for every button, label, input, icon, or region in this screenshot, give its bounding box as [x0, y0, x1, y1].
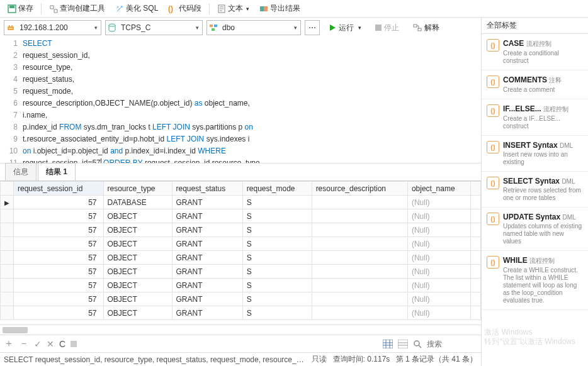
- table-row[interactable]: 57OBJECTGRANTS (Null): [1, 251, 481, 265]
- search-input[interactable]: [427, 340, 477, 348]
- stop-button[interactable]: 停止: [370, 21, 404, 35]
- col-header[interactable]: resource_description: [312, 182, 407, 196]
- cancel-button[interactable]: ✕: [47, 339, 54, 349]
- database-icon: [107, 23, 117, 33]
- delete-row-button[interactable]: －: [19, 337, 29, 350]
- table-row[interactable]: 57OBJECTGRANTS (Null): [1, 265, 481, 279]
- text-button[interactable]: 文本▾: [213, 2, 253, 15]
- apply-button[interactable]: ✓: [34, 339, 42, 349]
- result-tabs: 信息 结果 1: [0, 164, 481, 181]
- table-row[interactable]: 57OBJECTGRANTS (Null): [1, 279, 481, 292]
- col-header[interactable]: request_status: [172, 182, 242, 196]
- connection-bar: 192.168.1.200 ▾ TCPS_C ▾ dbo ▾ ⋯ 运行▾ 停止: [0, 18, 481, 38]
- svg-rect-6: [264, 6, 268, 11]
- export-icon: [259, 4, 268, 13]
- col-header[interactable]: object_name: [407, 182, 470, 196]
- save-button[interactable]: 保存: [4, 2, 37, 15]
- explain-button[interactable]: 解释: [408, 21, 444, 35]
- snippet-item[interactable]: () IF...ELSE... 流程控制 Create a IF...ELSE.…: [482, 99, 588, 136]
- form-icon: [398, 340, 408, 348]
- snippet-item[interactable]: () SELECT Syntax DML Retrieve rows selec…: [482, 172, 588, 208]
- sql-editor[interactable]: 1234567891011 SELECTrequest_session_id,r…: [0, 38, 481, 164]
- grid-icon: [383, 340, 393, 348]
- snippet-item[interactable]: () INSERT Syntax DML Insert new rows int…: [482, 136, 588, 172]
- snippets-panel: 全部标签 () CASE 流程控制 Create a conditional c…: [481, 18, 588, 366]
- stop-fetch-button[interactable]: [71, 341, 77, 347]
- table-row[interactable]: 57OBJECTGRANTS (Null): [1, 237, 481, 251]
- form-view-button[interactable]: [398, 340, 408, 348]
- svg-rect-14: [71, 341, 77, 347]
- col-header[interactable]: resource_type: [103, 182, 172, 196]
- add-row-button[interactable]: ＋: [4, 337, 14, 350]
- table-row[interactable]: ▶ 57DATABASEGRANTS (Null): [1, 196, 481, 209]
- col-header[interactable]: request_session_id: [14, 182, 104, 196]
- h-scrollbar[interactable]: [0, 324, 481, 335]
- result-grid[interactable]: request_session_idresource_typerequest_s…: [0, 181, 481, 320]
- table-row[interactable]: 57OBJECTGRANTS (Null): [1, 209, 481, 223]
- svg-rect-8: [210, 25, 213, 27]
- search-icon[interactable]: [413, 340, 422, 348]
- database-combo[interactable]: TCPS_C ▾: [105, 20, 203, 35]
- svg-text:(): (): [168, 4, 173, 13]
- refresh-button[interactable]: C: [59, 339, 65, 349]
- svg-rect-15: [383, 340, 393, 348]
- braces-icon: (): [487, 75, 499, 88]
- table-row[interactable]: 57OBJECTGRANTS (Null): [1, 223, 481, 237]
- table-row[interactable]: 57OBJECTGRANTS (Null): [1, 306, 481, 320]
- snippet-item[interactable]: () COMMENTS 注释 Create a comment: [482, 70, 588, 99]
- braces-icon: (): [487, 177, 499, 189]
- svg-rect-11: [375, 25, 382, 31]
- svg-rect-1: [9, 6, 14, 8]
- braces-icon: (): [487, 39, 499, 52]
- magic-icon: [115, 4, 124, 13]
- col-header[interactable]: request_mode: [242, 182, 312, 196]
- svg-point-7: [109, 24, 115, 26]
- svg-rect-12: [414, 25, 417, 27]
- doc-icon: [217, 4, 226, 13]
- snippet-item[interactable]: () WHILE 流程控制 Create a WHILE construct. …: [482, 251, 588, 310]
- svg-rect-16: [398, 340, 408, 348]
- status-records: 第 1 条记录（共 41 条）: [396, 354, 477, 365]
- snippets-title[interactable]: 全部标签: [482, 18, 588, 34]
- line-gutter: 1234567891011: [0, 38, 23, 163]
- schema-combo[interactable]: dbo ▾: [206, 20, 301, 35]
- status-time: 查询时间: 0.117s: [333, 354, 390, 365]
- top-toolbar: 保存 查询创建工具 美化 SQL () 代码段 文本▾ 导出结果: [0, 0, 588, 18]
- grid-toolbar: ＋ － ✓ ✕ C: [0, 335, 481, 352]
- braces-icon: (): [487, 104, 499, 117]
- stop-icon: [375, 25, 382, 31]
- snippet-item[interactable]: () CASE 流程控制 Create a conditional constr…: [482, 34, 588, 70]
- save-icon: [8, 4, 16, 13]
- tools-icon: [49, 4, 58, 13]
- braces-icon: (): [168, 4, 177, 13]
- snippet-item[interactable]: () UPDATE Syntax DML Updates columns of …: [482, 208, 588, 251]
- braces-icon: (): [487, 213, 499, 225]
- run-button[interactable]: 运行▾: [324, 21, 366, 35]
- tab-info[interactable]: 信息: [5, 163, 37, 180]
- status-readonly: 只读: [312, 354, 327, 365]
- status-sql: SELECT request_session_id, resource_type…: [4, 355, 306, 364]
- explain-icon: [413, 24, 422, 31]
- query-builder-button[interactable]: 查询创建工具: [45, 2, 109, 15]
- svg-rect-10: [212, 28, 215, 31]
- table-row[interactable]: 57OBJECTGRANTS (Null): [1, 292, 481, 306]
- code-segment-button[interactable]: () 代码段: [164, 2, 205, 15]
- braces-icon: (): [487, 256, 499, 269]
- beautify-button[interactable]: 美化 SQL: [111, 2, 162, 15]
- host-combo[interactable]: 192.168.1.200 ▾: [4, 20, 101, 35]
- schema-icon: [208, 23, 218, 33]
- play-icon: [329, 24, 336, 31]
- grid-view-button[interactable]: [383, 340, 393, 348]
- svg-point-2: [117, 6, 118, 8]
- schema-options-button[interactable]: ⋯: [305, 20, 320, 35]
- plug-icon: [6, 23, 16, 33]
- svg-rect-9: [214, 25, 217, 27]
- tab-result-1[interactable]: 结果 1: [38, 163, 76, 180]
- export-button[interactable]: 导出结果: [256, 2, 304, 15]
- braces-icon: (): [487, 141, 499, 153]
- status-bar: SELECT request_session_id, resource_type…: [0, 352, 481, 366]
- svg-rect-5: [260, 6, 264, 11]
- svg-point-17: [414, 341, 419, 346]
- result-grid-wrap: request_session_idresource_typerequest_s…: [0, 181, 481, 324]
